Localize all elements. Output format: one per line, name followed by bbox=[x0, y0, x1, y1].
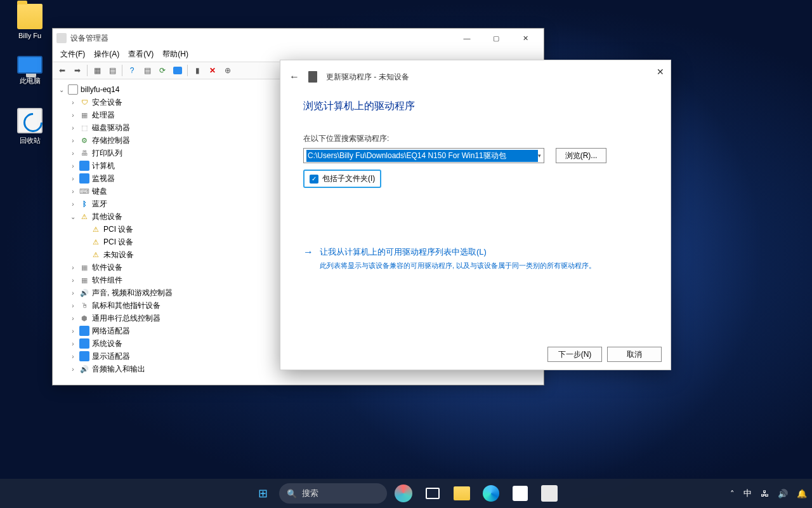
help-button[interactable]: ? bbox=[125, 64, 139, 77]
close-button[interactable]: ✕ bbox=[511, 29, 540, 48]
path-combobox[interactable]: C:\Users\Billy Fu\Downloads\EQ14 N150 Fo… bbox=[303, 148, 544, 163]
desktop-folder-billyfu[interactable]: Billy Fu bbox=[8, 4, 52, 39]
menu-file[interactable]: 文件(F) bbox=[56, 48, 89, 62]
pc-icon bbox=[17, 56, 43, 74]
bt-icon: ᛒ bbox=[79, 199, 89, 209]
tree-arrow-icon[interactable]: ⌄ bbox=[58, 86, 65, 93]
tree-label: billyfu-eq14 bbox=[81, 85, 119, 94]
ime-indicator[interactable]: 中 bbox=[743, 488, 752, 499]
tree-arrow-icon[interactable]: › bbox=[69, 340, 77, 347]
desktop-this-pc[interactable]: 此电脑 bbox=[8, 56, 52, 86]
tree-label: 软件设备 bbox=[92, 262, 122, 273]
toolbar-btn[interactable]: ▦ bbox=[90, 64, 104, 77]
tree-label: PCI 设备 bbox=[103, 224, 133, 235]
tree-arrow-icon[interactable]: › bbox=[69, 315, 77, 322]
tree-arrow-icon[interactable]: › bbox=[69, 328, 77, 335]
back-arrow-icon[interactable]: ← bbox=[289, 71, 299, 83]
mouse-icon: 🖱 bbox=[79, 300, 89, 311]
tree-label: 键盘 bbox=[92, 186, 107, 197]
tree-arrow-icon[interactable]: › bbox=[69, 201, 77, 208]
include-subfolders-checkbox[interactable]: ✓ bbox=[310, 175, 318, 184]
include-subfolders-label: 包括子文件夹(I) bbox=[322, 173, 375, 184]
tree-arrow-icon[interactable]: › bbox=[69, 137, 77, 144]
maximize-button[interactable]: ▢ bbox=[481, 29, 511, 48]
cancel-button[interactable]: 取消 bbox=[607, 347, 662, 362]
taskbar-devmgr[interactable] bbox=[537, 481, 562, 506]
tree-arrow-icon[interactable]: › bbox=[69, 175, 77, 182]
back-button[interactable]: ⬅ bbox=[55, 64, 69, 77]
pick-from-list-option[interactable]: → 让我从计算机上的可用驱动程序列表中选取(L) 此列表将显示与该设备兼容的可用… bbox=[303, 246, 648, 271]
arrow-right-icon: → bbox=[303, 246, 313, 271]
tree-label: 系统设备 bbox=[92, 338, 122, 349]
tree-arrow-icon[interactable]: › bbox=[69, 112, 77, 119]
next-button[interactable]: 下一步(N) bbox=[547, 347, 602, 362]
monitor-icon bbox=[79, 351, 89, 361]
usb-icon: ⬢ bbox=[79, 313, 89, 323]
notifications-icon[interactable]: 🔔 bbox=[797, 489, 807, 498]
taskbar-taskview[interactable] bbox=[420, 481, 445, 506]
tree-label: 磁盘驱动器 bbox=[92, 123, 130, 133]
window-titlebar[interactable]: 设备管理器 — ▢ ✕ bbox=[53, 29, 544, 48]
tree-label: 安全设备 bbox=[92, 97, 122, 108]
tree-label: 鼠标和其他指针设备 bbox=[92, 300, 160, 311]
tray-chevron-icon[interactable]: ˄ bbox=[730, 489, 735, 498]
taskbar-search[interactable]: 🔍 搜索 bbox=[279, 483, 387, 504]
chip-icon: ▦ bbox=[79, 110, 89, 120]
sys-icon bbox=[79, 338, 89, 349]
tree-arrow-icon[interactable]: › bbox=[69, 163, 77, 170]
tree-arrow-icon[interactable]: › bbox=[69, 277, 77, 284]
chevron-down-icon: ▾ bbox=[538, 152, 541, 159]
taskbar-store[interactable] bbox=[508, 481, 533, 506]
menu-help[interactable]: 帮助(H) bbox=[159, 48, 192, 62]
warn-icon: ⚠ bbox=[91, 250, 101, 260]
tree-arrow-icon[interactable]: › bbox=[69, 366, 77, 373]
chip-icon: ▦ bbox=[79, 262, 89, 272]
search-location-label: 在以下位置搜索驱动程序: bbox=[303, 133, 648, 144]
app-icon bbox=[56, 33, 67, 43]
monitor-icon bbox=[79, 173, 89, 184]
taskbar: ⊞ 🔍 搜索 ˄ 中 🖧 🔊 🔔 bbox=[0, 479, 812, 508]
taskbar-copilot[interactable] bbox=[391, 481, 416, 506]
tree-arrow-icon[interactable]: ⌄ bbox=[69, 213, 77, 220]
tree-label: 存储控制器 bbox=[92, 135, 130, 146]
disk-icon: ⬚ bbox=[79, 123, 89, 133]
warn-icon: ⚠ bbox=[79, 211, 89, 222]
forward-button[interactable]: ➡ bbox=[70, 64, 84, 77]
tree-label: 未知设备 bbox=[103, 250, 134, 260]
tree-arrow-icon[interactable]: › bbox=[69, 353, 77, 360]
tree-arrow-icon[interactable]: › bbox=[69, 124, 77, 131]
taskbar-edge[interactable] bbox=[478, 481, 504, 506]
tree-label: PCI 设备 bbox=[103, 237, 133, 248]
menu-view[interactable]: 查看(V) bbox=[124, 48, 157, 62]
tree-arrow-icon[interactable]: › bbox=[69, 302, 77, 309]
network-icon[interactable]: 🖧 bbox=[761, 489, 769, 498]
warn-icon: ⚠ bbox=[91, 237, 101, 247]
window-title: 设备管理器 bbox=[70, 33, 108, 44]
pc-icon bbox=[68, 84, 78, 95]
taskbar-explorer[interactable] bbox=[449, 481, 475, 506]
tree-arrow-icon[interactable]: › bbox=[69, 150, 77, 157]
minimize-button[interactable]: — bbox=[452, 29, 481, 48]
tree-label: 通用串行总线控制器 bbox=[92, 313, 160, 324]
refresh-button[interactable]: ⟳ bbox=[155, 64, 169, 77]
kb-icon: ⌨ bbox=[79, 186, 89, 196]
volume-icon[interactable]: 🔊 bbox=[778, 489, 788, 498]
tree-arrow-icon[interactable]: › bbox=[69, 290, 77, 297]
menu-action[interactable]: 操作(A) bbox=[90, 48, 123, 62]
browse-button[interactable]: 浏览(R)... bbox=[556, 148, 606, 163]
toolbar-btn[interactable]: ▤ bbox=[140, 64, 154, 77]
tree-arrow-icon[interactable]: › bbox=[69, 188, 77, 195]
remove-button[interactable]: ✕ bbox=[206, 64, 219, 77]
tree-arrow-icon[interactable]: › bbox=[69, 264, 77, 271]
start-button[interactable]: ⊞ bbox=[250, 481, 275, 506]
device-icon bbox=[308, 71, 317, 83]
toolbar-btn[interactable]: ▤ bbox=[105, 64, 119, 77]
toolbar-btn[interactable]: ▮ bbox=[190, 64, 204, 77]
toolbar-btn[interactable]: ⊕ bbox=[221, 64, 235, 77]
tree-arrow-icon[interactable]: › bbox=[69, 99, 77, 106]
toolbar-btn[interactable] bbox=[171, 64, 185, 77]
desktop-recycle-bin[interactable]: 回收站 bbox=[8, 108, 52, 145]
close-icon[interactable]: ✕ bbox=[657, 67, 664, 77]
shield-icon: 🛡 bbox=[79, 97, 89, 107]
tree-label: 处理器 bbox=[92, 110, 115, 121]
